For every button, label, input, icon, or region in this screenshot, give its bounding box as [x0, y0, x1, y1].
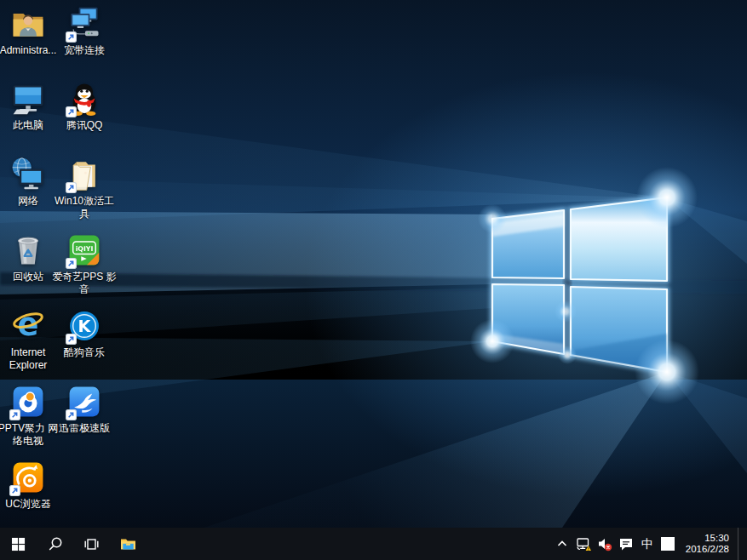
volume-muted-icon [597, 536, 612, 551]
desktop-icon-internet-explorer[interactable]: e Internet Explorer [0, 307, 56, 372]
desktop-icon-xunlei[interactable]: 迅雷极速版 [56, 383, 112, 435]
network-globe-icon [9, 156, 47, 193]
action-center-button[interactable] [616, 528, 637, 560]
ime-mode-badge [661, 537, 675, 551]
search-icon [48, 536, 63, 551]
user-folder-icon [9, 5, 47, 43]
desktop-icon-this-pc[interactable]: 此电脑 [0, 80, 56, 132]
desktop-icon-label: 酷狗音乐 [50, 346, 118, 359]
shortcut-arrow-icon [9, 409, 20, 420]
shortcut-arrow-icon [66, 409, 77, 420]
start-button[interactable] [0, 528, 37, 560]
clock-time: 15:30 [704, 533, 729, 545]
taskbar: 中 15:30 2016/2/28 [0, 528, 747, 560]
system-tray: 中 15:30 2016/2/28 [552, 528, 747, 560]
network-warning-icon [576, 536, 592, 552]
shortcut-arrow-icon [66, 106, 77, 117]
recycle-bin-icon [9, 231, 47, 269]
desktop-icon-iqiyi[interactable]: iQIYI 爱奇艺PPS 影音 [56, 231, 112, 296]
windows-start-icon [11, 537, 26, 551]
file-explorer-button[interactable] [110, 528, 147, 560]
action-center-icon [618, 536, 634, 551]
clock-date: 2016/2/28 [686, 544, 729, 556]
desktop-icon-administrator[interactable]: Administra... [0, 5, 56, 57]
clock[interactable]: 15:30 2016/2/28 [679, 528, 738, 560]
desktop-icon-label: Win10激活工具 [50, 195, 118, 220]
internet-explorer-icon: e [9, 307, 47, 345]
desktop-icon-uc-browser[interactable]: UC浏览器 [0, 459, 56, 511]
shortcut-arrow-icon [66, 31, 77, 43]
desktop-icon-kugou[interactable]: K 酷狗音乐 [56, 307, 112, 359]
desktop-icon-broadband[interactable]: 宽带连接 [56, 5, 112, 57]
svg-text:K: K [78, 317, 92, 336]
show-desktop-button[interactable] [738, 528, 744, 560]
search-button[interactable] [37, 528, 73, 560]
desktop-icon-win10-activator[interactable]: Win10激活工具 [56, 156, 112, 220]
computer-icon [9, 80, 47, 117]
desktop-icon-label: 腾讯QQ [50, 119, 118, 132]
task-view-button[interactable] [73, 528, 110, 560]
windows-desktop-screen: Administra... 此电脑 [0, 0, 747, 560]
shortcut-arrow-icon [66, 182, 77, 193]
desktop-icon-label: 爱奇艺PPS 影音 [50, 271, 118, 296]
desktop-icon-tencent-qq[interactable]: 腾讯QQ [56, 80, 112, 132]
desktop-icon-label: 宽带连接 [50, 44, 118, 57]
task-view-icon [83, 537, 100, 551]
chevron-up-icon [556, 538, 568, 550]
desktop-icon-recycle-bin[interactable]: 回收站 [0, 231, 56, 283]
desktop-icon-label: 迅雷极速版 [50, 422, 118, 435]
tray-chevron-button[interactable] [552, 528, 573, 560]
taskbar-empty-area[interactable] [147, 528, 552, 560]
desktop-icon-network[interactable]: 网络 [0, 156, 56, 208]
desktop-icon-pptv[interactable]: PPTV聚力 网络电视 [0, 383, 56, 448]
shortcut-arrow-icon [66, 258, 77, 269]
shortcut-arrow-icon [9, 485, 20, 496]
shortcut-arrow-icon [66, 334, 77, 345]
file-explorer-icon [119, 536, 137, 551]
svg-text:iQIYI: iQIYI [76, 245, 94, 253]
ime-language-indicator[interactable]: 中 [637, 528, 658, 560]
volume-muted-button[interactable] [595, 528, 616, 560]
network-status-button[interactable] [573, 528, 595, 560]
desktop[interactable]: Administra... 此电脑 [0, 0, 747, 528]
desktop-icon-label: UC浏览器 [0, 498, 62, 511]
ime-mode-button[interactable] [658, 528, 679, 560]
